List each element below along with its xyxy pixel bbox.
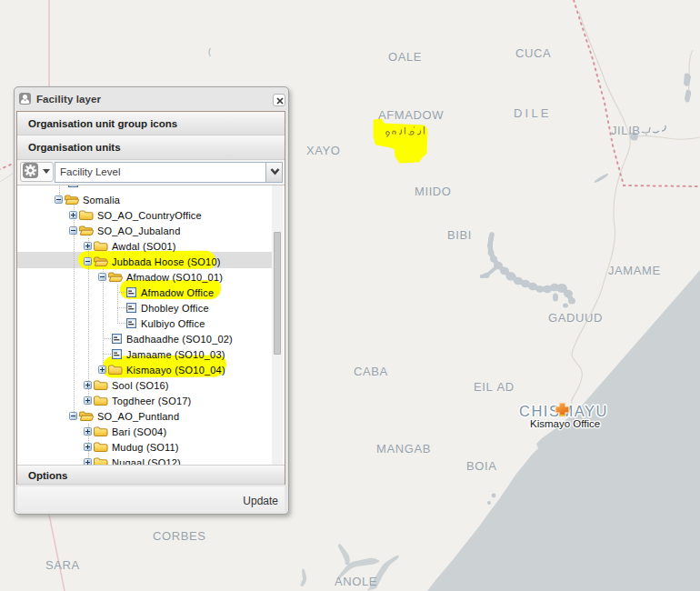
svg-text:XAYO: XAYO: [306, 144, 341, 157]
svg-text:AFMADOW: AFMADOW: [378, 108, 444, 122]
svg-text:DILE: DILE: [514, 106, 552, 120]
svg-text:BOIA: BOIA: [466, 459, 496, 473]
svg-text:MIIDO: MIIDO: [415, 185, 452, 198]
svg-text:CORBES: CORBES: [153, 529, 206, 543]
svg-text:GADUUD: GADUUD: [548, 311, 603, 325]
svg-text:ANOLE: ANOLE: [335, 575, 377, 588]
svg-text:OALE: OALE: [388, 50, 422, 64]
svg-text:BIBI: BIBI: [447, 228, 472, 242]
svg-text:MANGAB: MANGAB: [376, 442, 431, 456]
svg-text:JAMAME: JAMAME: [608, 264, 661, 277]
svg-text:SARA: SARA: [45, 558, 80, 572]
svg-text:CABA: CABA: [354, 365, 388, 378]
svg-text:EIL AD: EIL AD: [474, 380, 515, 394]
svg-text:CUCA: CUCA: [515, 46, 551, 60]
svg-text:(: (: [208, 47, 211, 56]
svg-text:Kismayo Office: Kismayo Office: [530, 418, 600, 429]
svg-text:JILIB: JILIB: [611, 124, 641, 137]
